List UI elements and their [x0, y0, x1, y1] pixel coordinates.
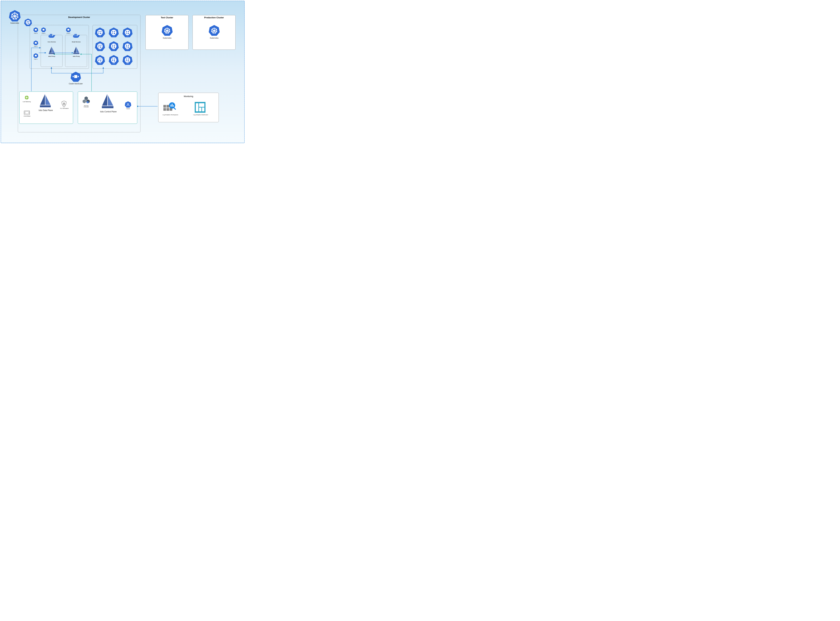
production-cluster-k8s-label: Kubernetes [193, 37, 236, 39]
svg-point-144 [100, 60, 101, 62]
svg-point-107 [114, 31, 115, 32]
svg-rect-52 [29, 111, 30, 112]
svg-point-119 [97, 44, 103, 49]
svg-point-148 [112, 58, 113, 59]
log-analytics-workspaces-icon [163, 102, 177, 114]
svg-point-109 [114, 33, 115, 34]
svg-point-123 [100, 47, 101, 48]
core-service-box: Core Service Istio Proxy [41, 35, 62, 67]
istio-sail-icon [39, 94, 52, 109]
tls-termination-icon [61, 101, 67, 108]
svg-rect-89 [172, 104, 173, 107]
email-service-box: Email Service Istio Proxy [65, 35, 87, 67]
svg-rect-96 [202, 108, 205, 111]
test-cluster-title: Test Cluster [146, 15, 188, 19]
svg-rect-82 [163, 105, 166, 108]
pod1-icon [33, 53, 38, 58]
svg-point-13 [27, 23, 27, 24]
svg-rect-84 [163, 108, 166, 111]
svg-marker-56 [85, 96, 88, 100]
pod3-icon [33, 27, 38, 32]
svg-text:node: node [126, 63, 129, 64]
svg-point-135 [128, 45, 129, 46]
svg-point-149 [114, 58, 115, 59]
node-icon: node [122, 27, 133, 38]
svg-rect-45 [40, 105, 51, 107]
svg-point-113 [126, 31, 127, 32]
log-analytics-dashboard-icon [195, 102, 205, 114]
production-cluster-box: Production Cluster Kubernetes [193, 15, 235, 50]
svg-point-151 [114, 60, 115, 62]
development-cluster-box: Development Cluster Pod 3 Pod 4 [18, 15, 141, 132]
svg-point-133 [125, 44, 130, 49]
istio-sail-icon [101, 94, 114, 110]
svg-rect-38 [74, 75, 77, 78]
svg-rect-31 [73, 35, 74, 36]
svg-rect-35 [76, 34, 77, 35]
canvas-boundary: Kubernetes Development Cluster Pod 3 P [1, 1, 245, 143]
svg-rect-34 [74, 34, 76, 35]
svg-point-100 [100, 31, 101, 32]
citadel-icon [125, 101, 131, 108]
svg-point-129 [112, 46, 113, 47]
svg-point-14 [28, 23, 29, 24]
svg-rect-22 [35, 55, 37, 56]
node-icon: node [109, 27, 119, 38]
svg-rect-23 [49, 35, 50, 36]
svg-rect-32 [74, 35, 76, 36]
svg-rect-25 [51, 35, 52, 36]
node-icon: node [109, 55, 119, 65]
svg-point-120 [99, 45, 100, 46]
svg-rect-28 [49, 53, 55, 54]
cluster-autoscaler-icon [70, 71, 81, 82]
svg-rect-51 [24, 114, 24, 114]
svg-point-106 [112, 31, 113, 32]
node-icon: node [122, 41, 133, 51]
svg-text:node: node [126, 49, 129, 50]
svg-point-136 [126, 46, 127, 47]
svg-point-114 [128, 31, 129, 32]
svg-point-12 [29, 21, 29, 22]
svg-point-128 [114, 45, 115, 46]
svg-text:node: node [112, 49, 115, 50]
svg-point-116 [128, 33, 129, 34]
svg-point-141 [99, 58, 100, 59]
svg-point-112 [125, 30, 130, 35]
svg-point-102 [100, 33, 101, 34]
test-cluster-box: Test Cluster Kubernetes [146, 15, 188, 50]
node-icon: node [95, 41, 105, 51]
svg-point-99 [99, 31, 100, 32]
istio-proxy-icon [73, 47, 80, 56]
svg-point-155 [126, 58, 127, 59]
svg-point-42 [29, 97, 29, 98]
svg-point-105 [111, 30, 117, 35]
svg-point-122 [98, 46, 99, 47]
svg-point-137 [128, 47, 129, 48]
monitoring-title: Monitoring [158, 93, 218, 98]
kubernetes-icon [161, 25, 173, 36]
kubernetes-icon [208, 25, 220, 36]
monitoring-box: Monitoring Log Analytics Workspaces Log … [158, 93, 219, 122]
svg-point-41 [26, 95, 27, 96]
node-icon: node [95, 55, 105, 65]
svg-rect-83 [167, 105, 169, 108]
core-service-label: Core Service [41, 41, 63, 42]
svg-rect-33 [76, 35, 77, 36]
pod-services-group: Pod 3 Pod 4 Pod 2 Pod 1 [30, 25, 89, 69]
svg-rect-94 [199, 103, 205, 107]
pod3-label: Pod 3 [32, 33, 39, 34]
svg-marker-62 [125, 101, 131, 108]
pod5-label: Pod 5 [65, 33, 72, 34]
pod2-icon [33, 40, 38, 45]
svg-rect-26 [50, 34, 51, 35]
svg-rect-36 [73, 53, 79, 54]
production-cluster-title: Production Cluster [193, 15, 235, 19]
istio-proxy-icon [48, 47, 55, 56]
cluster-autoscaler-label: Cluster AutoScaler [65, 83, 86, 85]
svg-point-43 [26, 99, 27, 100]
svg-rect-53 [29, 112, 30, 113]
svg-rect-95 [199, 108, 202, 111]
svg-point-121 [100, 45, 101, 46]
svg-point-130 [114, 47, 115, 48]
svg-rect-93 [196, 103, 198, 112]
